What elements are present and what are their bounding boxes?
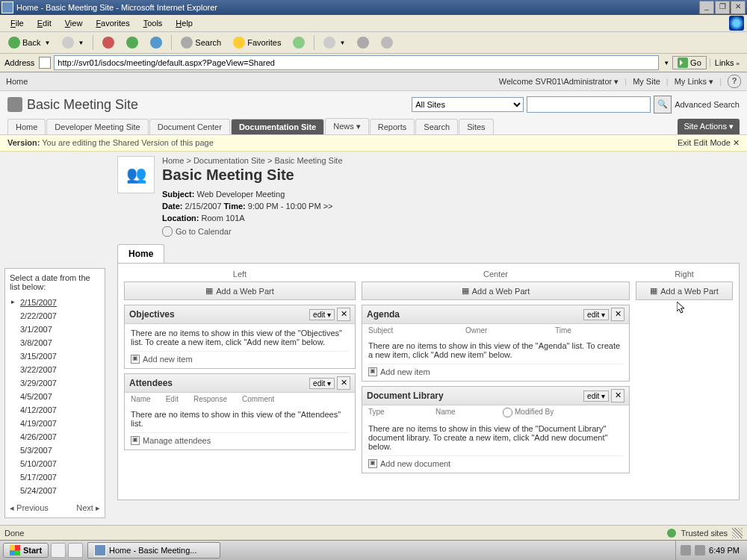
- search-input[interactable]: [527, 96, 651, 113]
- date-item[interactable]: 3/1/2007: [10, 323, 100, 336]
- breadcrumb-docsite[interactable]: Documentation Site: [193, 156, 265, 165]
- search-button[interactable]: Search: [176, 34, 226, 51]
- date-item[interactable]: 4/5/2007: [10, 390, 100, 403]
- back-button[interactable]: Back▼: [3, 34, 55, 51]
- quick-launch-ie[interactable]: [68, 543, 83, 558]
- restore-button[interactable]: ❐: [715, 1, 730, 14]
- wp-attendees-close[interactable]: ✕: [337, 376, 350, 390]
- go-to-calendar-link[interactable]: Go to Calendar: [176, 227, 232, 236]
- date-item[interactable]: 3/22/2007: [10, 363, 100, 376]
- favorites-button[interactable]: Favorites: [228, 34, 286, 51]
- wp-doclib-close[interactable]: ✕: [611, 389, 624, 402]
- print-button[interactable]: [352, 34, 374, 51]
- help-icon[interactable]: ?: [728, 75, 741, 88]
- advanced-search-link[interactable]: Advanced Search: [675, 100, 740, 109]
- add-document-link[interactable]: Add new document: [380, 459, 450, 468]
- sp-home-link[interactable]: Home: [6, 77, 28, 86]
- date-item[interactable]: 2/22/2007: [10, 309, 100, 323]
- tray-icon[interactable]: [681, 545, 691, 556]
- trusted-sites-icon: [667, 529, 676, 538]
- quick-launch-desktop[interactable]: [51, 543, 66, 558]
- add-item-icon: ▣: [368, 367, 377, 376]
- exit-edit-mode-button[interactable]: Exit Edit Mode ✕: [678, 138, 740, 148]
- go-button[interactable]: Go: [672, 56, 707, 69]
- menu-tools[interactable]: Tools: [137, 17, 169, 29]
- refresh-button[interactable]: [121, 34, 143, 51]
- manage-attendees-link[interactable]: Manage attendees: [143, 436, 211, 445]
- wp-attendees-edit[interactable]: edit ▾: [309, 378, 335, 389]
- date-item[interactable]: 5/24/2007: [10, 484, 100, 497]
- my-site-link[interactable]: My Site: [633, 77, 660, 86]
- home-button[interactable]: [145, 34, 167, 51]
- tab-documentation-site[interactable]: Documentation Site: [231, 119, 324, 134]
- meeting-icon: 👥: [117, 156, 155, 193]
- links-toolbar[interactable]: Links »: [710, 58, 744, 67]
- edit-button[interactable]: [376, 34, 398, 51]
- wp-agenda-edit[interactable]: edit ▾: [583, 309, 609, 320]
- tab-search[interactable]: Search: [415, 119, 458, 134]
- tray-icon[interactable]: [695, 545, 705, 556]
- meeting-tab-home[interactable]: Home: [117, 244, 164, 263]
- wp-objectives-edit[interactable]: edit ▾: [309, 309, 335, 320]
- menu-edit[interactable]: Edit: [31, 17, 58, 29]
- tab-sites[interactable]: Sites: [459, 119, 493, 134]
- taskbar-ie-window[interactable]: Home - Basic Meeting...: [87, 542, 220, 559]
- date-item[interactable]: 5/3/2007: [10, 444, 100, 457]
- my-links-menu[interactable]: My Links ▾: [675, 77, 713, 87]
- address-input[interactable]: [54, 55, 659, 70]
- prev-dates-link[interactable]: ◂ Previous: [10, 503, 49, 513]
- date-item[interactable]: 4/19/2007: [10, 417, 100, 430]
- add-agenda-item[interactable]: Add new item: [380, 367, 430, 376]
- tab-home[interactable]: Home: [7, 119, 46, 134]
- mail-button[interactable]: ▼: [318, 34, 350, 51]
- manage-icon: ▣: [131, 436, 140, 445]
- breadcrumb-home[interactable]: Home: [162, 156, 184, 165]
- window-titlebar: Home - Basic Meeting Site - Microsoft In…: [0, 0, 747, 15]
- tab-reports[interactable]: Reports: [370, 119, 415, 134]
- menu-view[interactable]: View: [59, 17, 89, 29]
- address-dropdown[interactable]: ▼: [663, 60, 669, 66]
- history-button[interactable]: [288, 34, 310, 51]
- date-item[interactable]: 4/26/2007: [10, 430, 100, 444]
- more-times-link[interactable]: >>: [323, 202, 333, 211]
- wp-objectives-close[interactable]: ✕: [337, 308, 350, 321]
- date-item[interactable]: 5/17/2007: [10, 470, 100, 484]
- date-item[interactable]: 4/12/2007: [10, 403, 100, 417]
- close-window-button[interactable]: ✕: [731, 1, 746, 14]
- menu-favorites[interactable]: Favorites: [90, 17, 135, 29]
- wp-agenda-close[interactable]: ✕: [611, 308, 624, 321]
- search-scope-select[interactable]: All Sites: [412, 97, 524, 112]
- tab-news[interactable]: News ▾: [325, 118, 369, 134]
- page-icon: [39, 57, 51, 69]
- add-webpart-left[interactable]: ▦Add a Web Part: [124, 281, 356, 300]
- next-dates-link[interactable]: Next ▸: [76, 503, 100, 513]
- wp-doclib-edit[interactable]: edit ▾: [583, 391, 609, 402]
- date-item[interactable]: 3/8/2007: [10, 336, 100, 349]
- tab-developer-meeting-site[interactable]: Developer Meeting Site: [46, 119, 148, 134]
- minimize-button[interactable]: _: [699, 1, 714, 14]
- date-item[interactable]: 2/15/2007: [10, 296, 100, 309]
- menu-bar: File Edit View Favorites Tools Help: [0, 15, 747, 32]
- date-picker-panel: Select a date from the list below: 2/15/…: [4, 268, 105, 518]
- date-value: 2/15/2007: [185, 202, 222, 211]
- menu-help[interactable]: Help: [170, 17, 199, 29]
- resize-grip[interactable]: [732, 528, 743, 538]
- site-actions-menu[interactable]: Site Actions ▾: [678, 119, 740, 134]
- start-button[interactable]: Start: [3, 543, 49, 558]
- search-go-button[interactable]: 🔍: [654, 96, 672, 113]
- zone-center: Center ▦Add a Web Part Agendaedit ▾✕ Sub…: [362, 270, 630, 494]
- add-objectives-item[interactable]: Add new item: [143, 355, 193, 364]
- add-webpart-center[interactable]: ▦Add a Web Part: [362, 281, 630, 300]
- address-label: Address: [3, 58, 36, 67]
- sp-global-nav: Home Welcome SVR01\Administrator ▾| My S…: [0, 72, 747, 91]
- date-item[interactable]: 3/15/2007: [10, 349, 100, 363]
- date-item[interactable]: 5/10/2007: [10, 457, 100, 470]
- page-body: Select a date from the list below: 2/15/…: [0, 152, 747, 525]
- welcome-menu[interactable]: Welcome SVR01\Administrator ▾: [499, 77, 619, 87]
- date-item[interactable]: 3/29/2007: [10, 376, 100, 390]
- tab-document-center[interactable]: Document Center: [149, 119, 230, 134]
- stop-button[interactable]: [97, 34, 120, 51]
- menu-file[interactable]: File: [4, 17, 30, 29]
- add-webpart-right[interactable]: ▦Add a Web Part: [636, 281, 733, 300]
- forward-button[interactable]: ▼: [57, 34, 89, 51]
